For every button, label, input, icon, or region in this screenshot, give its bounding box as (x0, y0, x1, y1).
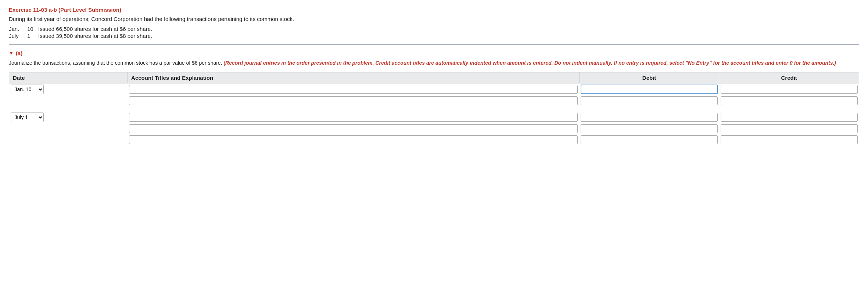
account-cell-jan10-2 (128, 95, 580, 106)
instruction-text: Journalize the transactions, assuming th… (9, 59, 859, 67)
credit-cell-july1-1 (719, 111, 859, 123)
transaction-jan: Jan. 10 Issued 66,500 shares for cash at… (9, 26, 859, 32)
account-input-july1-1[interactable] (129, 113, 578, 122)
credit-input-jan10-1[interactable] (721, 85, 858, 94)
table-row: July 1 Jan. 10 (9, 111, 859, 123)
date-cell-july1-3 (9, 134, 128, 145)
credit-cell-july1-3 (719, 134, 859, 145)
debit-input-jan10-1[interactable] (581, 85, 718, 94)
table-row (9, 95, 859, 106)
account-cell-jan10-1 (128, 83, 580, 96)
credit-input-july1-1[interactable] (721, 113, 858, 122)
jan-text: Issued 66,500 shares for cash at $6 per … (38, 26, 152, 32)
credit-input-july1-3[interactable] (721, 135, 858, 144)
date-cell-jan10-2 (9, 95, 128, 106)
header-credit: Credit (719, 72, 859, 83)
account-cell-july1-3 (128, 134, 580, 145)
date-select-july1[interactable]: July 1 Jan. 10 (11, 113, 44, 122)
instruction-bold: (Record journal entries in the order pre… (223, 60, 836, 66)
july-month: July (9, 33, 27, 39)
triangle-icon: ▼ (9, 50, 14, 56)
account-cell-july1-2 (128, 123, 580, 134)
debit-input-july1-1[interactable] (581, 113, 718, 122)
credit-input-july1-2[interactable] (721, 124, 858, 133)
header-debit: Debit (579, 72, 719, 83)
debit-input-july1-2[interactable] (581, 124, 718, 133)
transactions-list: Jan. 10 Issued 66,500 shares for cash at… (9, 26, 859, 39)
date-cell-july1: July 1 Jan. 10 (9, 111, 128, 123)
date-select-jan10[interactable]: Jan. 10 July 1 (11, 85, 44, 94)
section-a-label: (a) (16, 50, 22, 56)
account-input-jan10-1[interactable] (129, 85, 578, 94)
transaction-july: July 1 Issued 39,500 shares for cash at … (9, 33, 859, 39)
journal-table: Date Account Titles and Explanation Debi… (9, 72, 859, 145)
instruction-plain: Journalize the transactions, assuming th… (9, 60, 223, 66)
debit-cell-july1-1 (579, 111, 719, 123)
table-row: Jan. 10 July 1 (9, 83, 859, 96)
header-date: Date (9, 72, 128, 83)
exercise-title: Exercise 11-03 a-b (Part Level Submissio… (9, 7, 859, 13)
account-input-july1-2[interactable] (129, 124, 578, 133)
debit-cell-jan10-1 (579, 83, 719, 96)
table-header-row: Date Account Titles and Explanation Debi… (9, 72, 859, 83)
account-cell-july1-1 (128, 111, 580, 123)
row-gap-1 (9, 106, 859, 111)
jan-month: Jan. (9, 26, 27, 32)
date-cell-jan10: Jan. 10 July 1 (9, 83, 128, 96)
july-day: 1 (27, 33, 38, 39)
jan-day: 10 (27, 26, 38, 32)
section-a-header: ▼ (a) (9, 50, 859, 56)
debit-cell-july1-2 (579, 123, 719, 134)
table-row (9, 134, 859, 145)
description: During its first year of operations, Con… (9, 16, 859, 22)
credit-cell-jan10-1 (719, 83, 859, 96)
credit-cell-july1-2 (719, 123, 859, 134)
header-account: Account Titles and Explanation (128, 72, 580, 83)
july-text: Issued 39,500 shares for cash at $8 per … (38, 33, 152, 39)
account-input-july1-3[interactable] (129, 135, 578, 144)
debit-input-jan10-2[interactable] (581, 96, 718, 105)
debit-cell-jan10-2 (579, 95, 719, 106)
account-input-jan10-2[interactable] (129, 96, 578, 105)
date-cell-july1-2 (9, 123, 128, 134)
credit-cell-jan10-2 (719, 95, 859, 106)
credit-input-jan10-2[interactable] (721, 96, 858, 105)
table-row (9, 123, 859, 134)
section-divider (9, 44, 859, 45)
debit-input-july1-3[interactable] (581, 135, 718, 144)
debit-cell-july1-3 (579, 134, 719, 145)
